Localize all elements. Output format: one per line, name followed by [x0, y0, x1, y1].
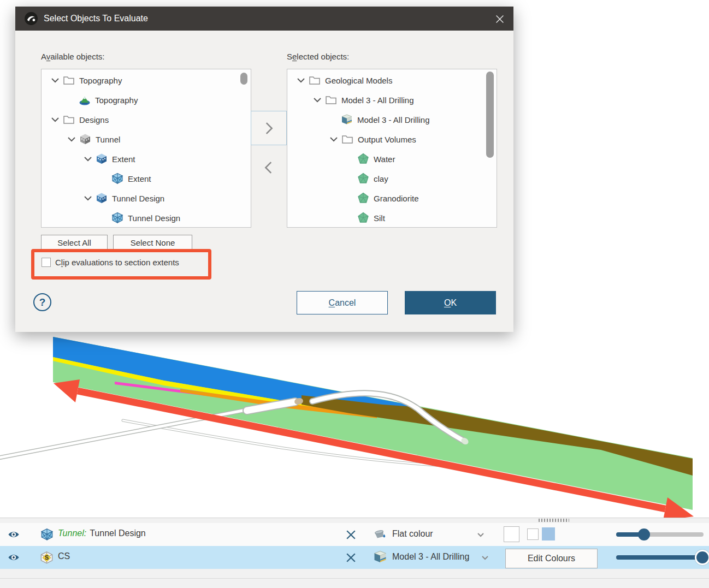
- tree-item-geological-models[interactable]: Geological Models: [287, 70, 497, 90]
- close-icon[interactable]: [494, 13, 506, 25]
- flat-colour-swatch[interactable]: [504, 526, 519, 542]
- geological-model-icon: [340, 113, 353, 126]
- tree-item-model3-folder[interactable]: Model 3 - All Drilling: [287, 90, 497, 110]
- slider-thumb[interactable]: [638, 528, 650, 541]
- cross-section: [53, 337, 693, 510]
- output-volume-icon: [357, 152, 370, 165]
- visibility-eye-icon[interactable]: [7, 528, 21, 541]
- cross-section-icon: [39, 550, 54, 565]
- tree-item-topography-folder[interactable]: Topography: [42, 70, 251, 90]
- output-volume-icon: [357, 172, 370, 185]
- selected-objects-label: Selected objects:: [287, 52, 349, 61]
- leapfrog-logo-icon: [24, 11, 38, 26]
- chevron-down-icon[interactable]: [81, 152, 94, 165]
- clip-evaluations-checkbox[interactable]: [42, 258, 51, 267]
- tree-item-tunnel[interactable]: Tunnel: [42, 129, 251, 149]
- tree-item-model3[interactable]: Model 3 - All Drilling: [287, 110, 497, 129]
- ok-button[interactable]: OK: [405, 291, 496, 314]
- help-button[interactable]: ?: [33, 293, 51, 311]
- cancel-button[interactable]: Cancel: [297, 291, 388, 314]
- scrollbar-thumb[interactable]: [486, 72, 494, 158]
- remove-from-scene-icon[interactable]: [344, 551, 358, 565]
- output-volume-icon: [357, 192, 370, 205]
- edit-colours-button[interactable]: Edit Colours: [505, 549, 598, 568]
- move-left-button[interactable]: [251, 149, 287, 186]
- dialog-title-bar[interactable]: Select Objects To Evaluate: [15, 7, 513, 31]
- chevron-right-icon: [259, 119, 278, 138]
- geological-model-icon: [373, 549, 388, 565]
- shape-row-label: Tunnel:Tunnel Design: [58, 528, 146, 538]
- colour-mode-dropdown[interactable]: Flat colour: [373, 526, 433, 542]
- slider-fill: [616, 555, 701, 560]
- select-objects-dialog: Select Objects To Evaluate Available obj…: [15, 7, 513, 332]
- remove-from-scene-icon[interactable]: [344, 528, 358, 542]
- select-all-button[interactable]: Select All: [41, 235, 108, 250]
- chevron-down-icon[interactable]: [81, 192, 94, 205]
- tree-item-topography[interactable]: Topography: [42, 90, 251, 110]
- topography-icon: [78, 93, 91, 106]
- folder-icon: [62, 74, 75, 87]
- tree-item-granodiorite[interactable]: Granodiorite: [287, 188, 497, 208]
- select-none-button[interactable]: Select None: [113, 235, 192, 250]
- panel-divider: [0, 578, 709, 579]
- shape-row-label: CS: [58, 551, 70, 561]
- design-cube-gray-icon: [79, 133, 92, 146]
- move-right-button[interactable]: [251, 111, 287, 145]
- tree-item-extent-container[interactable]: Extent: [42, 149, 251, 169]
- shape-row-cross-section[interactable]: CS Model 3 - All Drilling Edit Colours: [0, 546, 709, 569]
- folder-icon: [308, 74, 321, 87]
- folder-icon: [62, 113, 75, 126]
- shape-row-tunnel-design[interactable]: Tunnel:Tunnel Design Flat colour: [0, 523, 709, 546]
- tree-item-designs-folder[interactable]: Designs: [42, 110, 251, 129]
- scrollbar-thumb[interactable]: [240, 73, 247, 85]
- slider-thumb[interactable]: [695, 550, 709, 565]
- opacity-slider[interactable]: [616, 528, 704, 541]
- flat-colour-bucket-icon: [373, 526, 388, 542]
- mesh-cube-icon: [40, 527, 54, 542]
- leapfrog-app-window: { "window": { "title": "Select Objects T…: [0, 0, 709, 588]
- selected-objects-tree: Geological Models Model 3 - All Drilling…: [287, 69, 497, 228]
- tree-item-water[interactable]: Water: [287, 149, 497, 169]
- tree-item-tunnel-design-container[interactable]: Tunnel Design: [42, 188, 251, 208]
- chevron-down-icon[interactable]: [327, 133, 340, 146]
- shape-list-panel: Tunnel:Tunnel Design Flat colour CS Mode…: [0, 518, 709, 588]
- chevron-down-icon[interactable]: [294, 74, 308, 87]
- clip-evaluations-label: Clip evaluations to section extents: [55, 258, 179, 267]
- design-cube-blue-icon: [95, 192, 108, 205]
- tree-item-output-volumes[interactable]: Output Volumes: [287, 129, 497, 149]
- chevron-down-icon[interactable]: [311, 93, 324, 106]
- chevron-down-icon[interactable]: [49, 113, 62, 126]
- dialog-title: Select Objects To Evaluate: [44, 14, 148, 23]
- opacity-slider[interactable]: [616, 551, 704, 564]
- mesh-cube-icon: [111, 211, 124, 224]
- mesh-cube-icon: [111, 172, 124, 185]
- chevron-down-icon[interactable]: [49, 74, 62, 87]
- folder-icon: [341, 133, 354, 146]
- design-cube-blue-icon: [95, 152, 108, 165]
- evaluation-dropdown[interactable]: Model 3 - All Drilling: [373, 549, 469, 565]
- highlight-colour-swatch[interactable]: [542, 527, 555, 541]
- output-volume-icon: [357, 211, 370, 224]
- available-objects-tree: Topography Topography Designs Tunnel Ext…: [41, 69, 251, 228]
- secondary-colour-swatch[interactable]: [527, 528, 539, 540]
- tree-item-extent-mesh[interactable]: Extent: [42, 169, 251, 188]
- chevron-down-icon[interactable]: [478, 551, 492, 564]
- tree-item-clay[interactable]: clay: [287, 169, 497, 188]
- folder-icon: [324, 93, 338, 106]
- chevron-down-icon[interactable]: [65, 133, 78, 146]
- panel-resize-grip[interactable]: [539, 519, 569, 522]
- chevron-down-icon[interactable]: [474, 528, 487, 541]
- available-objects-label: Available objects:: [41, 52, 104, 61]
- tree-item-silt[interactable]: Silt: [287, 208, 497, 228]
- tree-item-tunnel-design-mesh[interactable]: Tunnel Design: [42, 208, 251, 228]
- visibility-eye-icon[interactable]: [7, 551, 21, 563]
- chevron-left-icon: [259, 158, 278, 177]
